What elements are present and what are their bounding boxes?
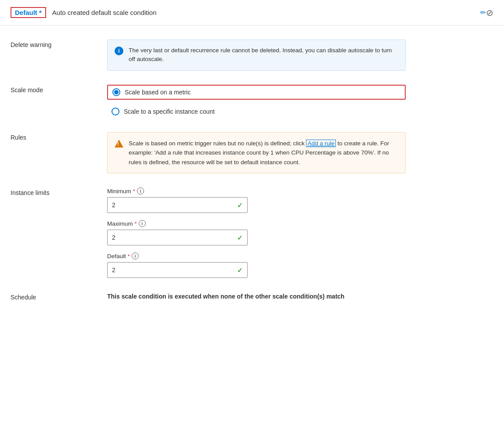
scale-mode-control: Scale based on a metric Scale to a speci… <box>107 85 406 118</box>
rules-warning-before: Scale is based on metric trigger rules b… <box>129 140 306 147</box>
content-area: Delete warning i The very last or defaul… <box>0 25 504 329</box>
maximum-label: Maximum <box>107 220 133 227</box>
minimum-check-icon: ✓ <box>237 201 243 209</box>
instance-limits-label: Instance limits <box>11 187 107 196</box>
radio-label-specific: Scale to a specific instance count <box>124 108 215 115</box>
radio-circle-specific <box>112 108 119 115</box>
default-info-icon[interactable]: i <box>132 252 139 259</box>
warning-triangle-icon <box>115 140 123 148</box>
edit-icon[interactable]: ✏ <box>480 8 486 17</box>
page-header: Default * Auto created default scale con… <box>0 0 504 25</box>
maximum-field-group: Maximum * i 2 ✓ <box>107 220 406 245</box>
rules-warning-text: Scale is based on metric trigger rules b… <box>129 139 398 167</box>
rules-warning-box: Scale is based on metric trigger rules b… <box>107 132 406 174</box>
delete-icon[interactable]: ⊘ <box>486 7 493 18</box>
delete-warning-label: Delete warning <box>11 40 107 48</box>
maximum-input[interactable]: 2 ✓ <box>107 230 248 245</box>
default-input[interactable]: 2 ✓ <box>107 262 248 278</box>
default-field-label: Default * i <box>107 252 406 259</box>
minimum-field-label: Minimum * i <box>107 187 406 194</box>
schedule-row: Schedule This scale condition is execute… <box>11 292 493 301</box>
delete-warning-text: The very last or default recurrence rule… <box>129 46 398 64</box>
delete-warning-control: i The very last or default recurrence ru… <box>107 40 406 71</box>
default-field-group: Default * i 2 ✓ <box>107 252 406 278</box>
info-icon: i <box>115 47 123 55</box>
scale-mode-row: Scale mode Scale based on a metric Scale… <box>11 85 493 118</box>
rules-row: Rules Scale is based on metric trigger r… <box>11 132 493 174</box>
schedule-text: This scale condition is executed when no… <box>107 292 406 301</box>
scale-mode-label: Scale mode <box>11 85 107 94</box>
delete-warning-info-box: i The very last or default recurrence ru… <box>107 40 406 71</box>
default-required-star: * <box>128 253 130 259</box>
maximum-required-star: * <box>135 220 137 227</box>
delete-warning-row: Delete warning i The very last or defaul… <box>11 40 493 71</box>
scale-mode-radio-group: Scale based on a metric Scale to a speci… <box>107 85 406 118</box>
minimum-required-star: * <box>133 188 135 194</box>
rules-control: Scale is based on metric trigger rules b… <box>107 132 406 174</box>
default-label: Default <box>107 253 126 259</box>
default-value: 2 <box>112 267 115 274</box>
maximum-value: 2 <box>112 234 115 241</box>
minimum-value: 2 <box>112 202 115 209</box>
maximum-field-label: Maximum * i <box>107 220 406 227</box>
minimum-label: Minimum <box>107 188 131 194</box>
instance-limits-group: Minimum * i 2 ✓ Maximum * i <box>107 187 406 278</box>
rules-label: Rules <box>11 132 107 141</box>
schedule-label: Schedule <box>11 292 107 301</box>
radio-option-specific[interactable]: Scale to a specific instance count <box>107 105 406 118</box>
warning-icon <box>115 140 123 148</box>
minimum-input[interactable]: 2 ✓ <box>107 197 248 213</box>
default-badge: Default * <box>11 7 46 18</box>
minimum-info-icon[interactable]: i <box>137 187 144 194</box>
maximum-check-icon: ✓ <box>237 234 243 242</box>
radio-circle-metric <box>112 88 120 96</box>
radio-label-metric: Scale based on a metric <box>125 89 191 96</box>
header-title: Auto created default scale condition <box>52 9 476 16</box>
instance-limits-control: Minimum * i 2 ✓ Maximum * i <box>107 187 406 278</box>
minimum-field-group: Minimum * i 2 ✓ <box>107 187 406 213</box>
radio-option-metric[interactable]: Scale based on a metric <box>107 85 406 100</box>
instance-limits-row: Instance limits Minimum * i 2 ✓ <box>11 187 493 278</box>
schedule-control: This scale condition is executed when no… <box>107 292 406 301</box>
add-a-rule-link[interactable]: Add a rule <box>306 140 336 147</box>
default-check-icon: ✓ <box>237 266 243 274</box>
maximum-info-icon[interactable]: i <box>139 220 146 227</box>
